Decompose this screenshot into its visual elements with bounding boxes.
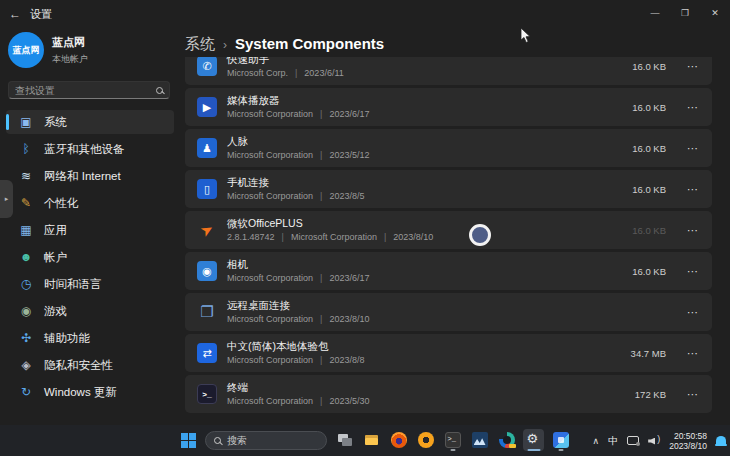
user-card[interactable]: 蓝点网 蓝点网 本地帐户: [8, 32, 88, 68]
sidebar-item[interactable]: ✎ 个性化: [6, 191, 174, 215]
component-row[interactable]: ◉ 相机 Microsoft Corporation 2023/6/17 16.…: [185, 252, 712, 290]
sidebar-item[interactable]: ◷ 时间和语言: [6, 272, 174, 296]
sidebar-item[interactable]: ◈ 隐私和安全性: [6, 353, 174, 377]
app-icon: ⇄: [197, 343, 217, 363]
settings-search-box[interactable]: [8, 81, 170, 99]
user-name: 蓝点网: [52, 35, 88, 50]
app-icon: ❐: [197, 302, 217, 322]
component-name: 终端: [227, 381, 369, 394]
sidebar-item-label: 网络和 Internet: [44, 169, 121, 184]
component-meta: Microsoft Corporation 2023/8/10: [227, 314, 369, 325]
taskbar-app-button[interactable]: [388, 429, 409, 451]
sidebar-item[interactable]: ↻ Windows 更新: [6, 380, 174, 404]
sidebar-item-icon: ◷: [18, 277, 34, 291]
component-date: 2023/5/30: [313, 396, 369, 407]
component-row[interactable]: ⇄ 中文(简体)本地体验包 Microsoft Corporation 2023…: [185, 334, 712, 372]
component-name: 媒体播放器: [227, 94, 369, 107]
flyout-handle[interactable]: ▸: [0, 180, 13, 218]
more-options-button[interactable]: ⋯: [680, 142, 706, 155]
taskbar-app-button[interactable]: [550, 429, 571, 451]
component-size: 16.0 KB: [626, 61, 666, 72]
more-options-button[interactable]: ⋯: [680, 224, 706, 237]
taskbar-app-button[interactable]: [523, 429, 544, 451]
component-publisher: Microsoft Corp.: [227, 68, 288, 79]
app-icon: ▯: [197, 179, 217, 199]
more-options-button[interactable]: ⋯: [680, 101, 706, 114]
taskbar-app-icon: [391, 432, 407, 448]
breadcrumb-root[interactable]: 系统: [185, 35, 215, 54]
sidebar-item[interactable]: ▦ 应用: [6, 218, 174, 242]
component-version: 2.8.1.48742: [227, 232, 275, 243]
settings-window: ← 设置 — ❐ ✕ 蓝点网 蓝点网 本地帐户 ▣ 系统: [0, 0, 730, 456]
taskbar-app-button[interactable]: [442, 429, 463, 451]
component-row[interactable]: ✆ 快速助手 Microsoft Corp. 2023/6/11 16.0 KB: [185, 57, 712, 85]
busy-indicator: [469, 224, 491, 246]
component-name: 远程桌面连接: [227, 299, 369, 312]
back-button[interactable]: ←: [0, 7, 30, 21]
sidebar-item[interactable]: ᛒ 蓝牙和其他设备: [6, 137, 174, 161]
display-tray-icon[interactable]: [627, 436, 639, 445]
start-button[interactable]: [181, 433, 196, 448]
more-options-button[interactable]: ⋯: [680, 265, 706, 278]
more-options-button[interactable]: ⋯: [680, 388, 706, 401]
sidebar-item[interactable]: ☻ 帐户: [6, 245, 174, 269]
taskbar-search[interactable]: 搜索: [205, 431, 327, 450]
notification-bell-icon[interactable]: [716, 436, 726, 445]
component-row[interactable]: ➤ 微软OfficePLUS 2.8.1.48742 Microsoft Cor…: [185, 211, 712, 249]
sidebar-item[interactable]: ◉ 游戏: [6, 299, 174, 323]
taskbar-app-button[interactable]: [415, 429, 436, 451]
component-row[interactable]: ♟ 人脉 Microsoft Corporation 2023/5/12 16.…: [185, 129, 712, 167]
breadcrumb-separator-icon: ›: [223, 38, 227, 52]
component-publisher: Microsoft Corporation: [275, 232, 377, 243]
component-publisher: Microsoft Corporation: [227, 150, 313, 161]
component-name: 快速助手: [227, 57, 344, 66]
taskbar-app-icon: [499, 432, 515, 448]
chevron-up-icon[interactable]: ∧: [593, 436, 600, 446]
ime-indicator[interactable]: 中: [608, 434, 618, 448]
app-icon: ➤: [193, 216, 220, 243]
component-row[interactable]: ❐ 远程桌面连接 Microsoft Corporation 2023/8/10: [185, 293, 712, 331]
component-size: 172 KB: [626, 389, 666, 400]
window-controls: — ❐ ✕: [640, 0, 730, 26]
taskbar-app-icon: [445, 432, 461, 448]
component-date: 2023/6/11: [288, 68, 344, 79]
search-input[interactable]: [15, 85, 156, 96]
component-date: 2023/6/17: [313, 109, 369, 120]
component-name: 相机: [227, 258, 369, 271]
sidebar-item[interactable]: ▣ 系统: [6, 110, 174, 134]
network-volume-icon[interactable]: [648, 436, 660, 446]
component-meta: Microsoft Corporation 2023/6/17: [227, 273, 369, 284]
minimize-icon: —: [651, 8, 660, 18]
sidebar-item[interactable]: ≋ 网络和 Internet: [6, 164, 174, 188]
component-date: 2023/5/12: [313, 150, 369, 161]
more-options-button[interactable]: ⋯: [680, 347, 706, 360]
taskbar-app-button[interactable]: [361, 429, 382, 451]
more-options-button[interactable]: ⋯: [680, 60, 706, 73]
sidebar-item-label: 游戏: [44, 304, 67, 319]
more-options-button[interactable]: ⋯: [680, 183, 706, 196]
component-row[interactable]: ▯ 手机连接 Microsoft Corporation 2023/8/5 16…: [185, 170, 712, 208]
sidebar-item-label: 帐户: [44, 250, 67, 265]
taskbar-app-icon: [472, 432, 488, 448]
sidebar-item-icon: ◈: [18, 358, 34, 372]
sidebar-item-icon: ≋: [18, 169, 34, 183]
restore-button[interactable]: ❐: [670, 0, 700, 26]
minimize-button[interactable]: —: [640, 0, 670, 26]
taskbar-app-button[interactable]: [496, 429, 517, 451]
taskbar-app-button[interactable]: [334, 429, 355, 451]
taskbar-app-button[interactable]: [469, 429, 490, 451]
search-icon: [156, 87, 163, 94]
clock[interactable]: 20:50:58 2023/8/10: [669, 431, 707, 451]
titlebar: ← 设置 — ❐ ✕: [0, 0, 730, 28]
chevron-right-icon: ▸: [5, 195, 9, 203]
component-row[interactable]: ▶ 媒体播放器 Microsoft Corporation 2023/6/17 …: [185, 88, 712, 126]
component-row[interactable]: >_ 终端 Microsoft Corporation 2023/5/30 17…: [185, 375, 712, 413]
sidebar-item[interactable]: ✣ 辅助功能: [6, 326, 174, 350]
sidebar-item-icon: ◉: [18, 304, 34, 318]
close-button[interactable]: ✕: [700, 0, 730, 26]
sidebar-item-label: 隐私和安全性: [44, 358, 113, 373]
more-options-button[interactable]: ⋯: [680, 306, 706, 319]
sidebar-item-icon: ✎: [18, 196, 34, 210]
component-meta: Microsoft Corporation 2023/5/12: [227, 150, 369, 161]
component-date: 2023/8/5: [313, 191, 364, 202]
